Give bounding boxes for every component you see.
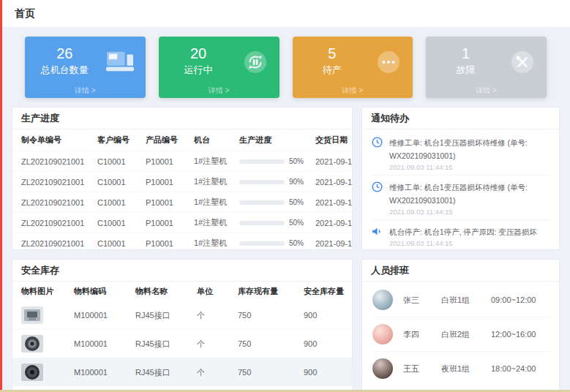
safety-cell: 900: [301, 301, 353, 330]
date-cell: 2021-09-10: [312, 192, 353, 213]
staff-schedule-panel: 人员排班 张三 白班1组 09:00~12:00 李四 白班2组 12:00~1…: [361, 259, 560, 391]
staff-time: 09:00~12:00: [491, 295, 536, 304]
staff-row: 王五 夜班1组 18:00~24:00: [372, 352, 549, 385]
stat-cards: 26 总机台数量 详情 > 20 运行中: [12, 37, 560, 98]
staff-time: 12:00~16:00: [491, 330, 536, 339]
progress-bar: [239, 241, 285, 246]
page-title: 首页: [15, 7, 35, 20]
card-label: 待产: [293, 64, 372, 77]
column-header: 产品编号: [143, 129, 191, 151]
table-header-row: 物料图片 物料编码 物料名称 单位 库存现有量 安全库存量: [12, 282, 353, 301]
material-image: [21, 306, 43, 324]
table-row: ZL202109021001 C10001 P10001 1#注塑机 50% 2…: [12, 213, 353, 233]
date-cell: 2021-09-10: [312, 213, 353, 233]
column-header: 交货日期: [312, 129, 353, 151]
avatar: [372, 324, 393, 344]
order-cell: ZL202109021001: [12, 172, 94, 192]
stock-cell: 750: [235, 301, 301, 330]
card-running[interactable]: 20 运行中 详情 >: [159, 37, 280, 98]
staff-shift: 夜班1组: [441, 363, 491, 374]
table-row: M100001 RJ45接口 个 750 900: [12, 301, 353, 330]
notification-item[interactable]: 维修工单: 机台1变压器损坏待维修 (单号: WX202109031001) 2…: [371, 176, 550, 220]
column-header: 单位: [194, 282, 235, 301]
order-cell: ZL202109021001: [12, 192, 94, 213]
progress-label: 50%: [289, 239, 304, 247]
name-cell: RJ45接口: [132, 358, 194, 387]
progress-label: 90%: [289, 178, 304, 186]
table-row: ZL202109021001 C10001 P10001 1#注塑机 90% 2…: [12, 172, 353, 192]
stock-cell: 750: [235, 330, 301, 358]
date-cell: 2021-09-10: [312, 151, 353, 172]
material-image-cell: [12, 330, 71, 358]
card-detail-link[interactable]: 详情 >: [25, 86, 146, 96]
notification-item[interactable]: 机台停产: 机台1停产, 停产原因: 变压器损坏 2021.09.03 11:4…: [371, 220, 550, 250]
avatar: [372, 290, 393, 310]
customer-cell: C10001: [94, 172, 143, 192]
table-row: M100001 RJ45接口 个 750 900: [12, 330, 353, 358]
card-value: 20: [159, 45, 239, 62]
order-cell: ZL202109021001: [12, 233, 94, 251]
staff-name: 李四: [403, 329, 441, 340]
staff-shift: 白班2组: [441, 329, 491, 340]
notifications-panel: 通知待办 维修工单: 机台1变压器损坏待维修 (单号: WX2021090310…: [361, 107, 560, 250]
card-label: 运行中: [159, 64, 239, 77]
machine-cell: 1#注塑机: [191, 192, 236, 213]
code-cell: M100001: [71, 301, 132, 330]
card-waiting[interactable]: 5 待产 详情 >: [293, 37, 413, 98]
machine-cell: 1#注塑机: [191, 172, 236, 192]
column-header: 库存现有量: [235, 282, 301, 301]
progress-cell: 50%: [236, 151, 312, 172]
panel-title: 安全库存: [12, 260, 352, 282]
staff-shift: 白班1组: [441, 295, 491, 306]
product-cell: P10001: [143, 192, 191, 213]
card-detail-link[interactable]: 详情 >: [426, 86, 547, 96]
ellipsis-icon: [376, 50, 401, 78]
product-cell: P10001: [143, 151, 191, 172]
notification-time: 2021.09.03 11:44:15: [389, 208, 550, 216]
card-detail-link[interactable]: 详情 >: [159, 86, 280, 96]
notification-text: 维修工单: 机台1变压器损坏待维修 (单号: WX202109031001): [389, 138, 528, 160]
table-row: ZL202109021001 C10001 P10001 1#注塑机 50% 2…: [12, 151, 353, 172]
avatar: [372, 358, 393, 379]
date-cell: 2021-09-10: [312, 233, 353, 251]
card-value: 26: [25, 45, 105, 62]
notification-time: 2021.09.03 11:44:15: [389, 163, 550, 171]
notification-text: 机台停产: 机台1停产, 停产原因: 变压器损坏: [389, 227, 537, 236]
column-header: 物料图片: [12, 282, 71, 301]
product-cell: P10001: [143, 172, 191, 192]
notification-list: 维修工单: 机台1变压器损坏待维修 (单号: WX202109031001) 2…: [362, 129, 559, 250]
notification-item[interactable]: 维修工单: 机台1变压器损坏待维修 (单号: WX202109031001) 2…: [371, 131, 550, 176]
card-detail-link[interactable]: 详情 >: [293, 86, 413, 96]
panel-title: 人员排班: [362, 260, 559, 282]
date-cell: 2021-09-10: [312, 172, 353, 192]
staff-time: 18:00~24:00: [491, 364, 536, 373]
column-header: 生产进度: [236, 129, 312, 151]
card-fault[interactable]: 1 故障 详情 >: [426, 37, 547, 98]
column-header: 机台: [191, 129, 236, 151]
product-cell: P10001: [143, 213, 191, 233]
safety-stock-panel: 安全库存 物料图片 物料编码 物料名称 单位 库存现有量 安全库存量: [12, 259, 353, 391]
card-value: 5: [293, 45, 372, 62]
card-total-machines[interactable]: 26 总机台数量 详情 >: [25, 37, 146, 98]
order-cell: ZL202109021001: [12, 151, 94, 172]
speaker-icon: [371, 225, 383, 247]
column-header: 安全库存量: [301, 282, 353, 301]
material-image-cell: [12, 301, 71, 330]
machine-cell: 1#注塑机: [191, 213, 236, 233]
staff-row: 李四 白班2组 12:00~16:00: [372, 317, 549, 352]
column-header: 制令单编号: [12, 129, 94, 151]
clock-icon: [371, 135, 383, 171]
inventory-table: 物料图片 物料编码 物料名称 单位 库存现有量 安全库存量 M100001: [12, 282, 353, 386]
table-row: ZL202109021001 C10001 P10001 1#注塑机 50% 2…: [12, 233, 353, 251]
main-content: 26 总机台数量 详情 > 20 运行中: [0, 28, 570, 391]
code-cell: M100001: [71, 330, 132, 358]
staff-row: 张三 白班1组 09:00~12:00: [372, 283, 549, 317]
customer-cell: C10001: [94, 233, 143, 251]
table-header-row: 制令单编号 客户编号 产品编号 机台 生产进度 交货日期: [12, 129, 353, 151]
name-cell: RJ45接口: [132, 301, 194, 330]
clock-icon: [371, 180, 383, 216]
table-row: ZL202109021001 C10001 P10001 1#注塑机 50% 2…: [12, 192, 353, 213]
staff-name: 王五: [403, 363, 441, 374]
progress-label: 50%: [289, 219, 304, 227]
progress-label: 50%: [289, 198, 304, 206]
